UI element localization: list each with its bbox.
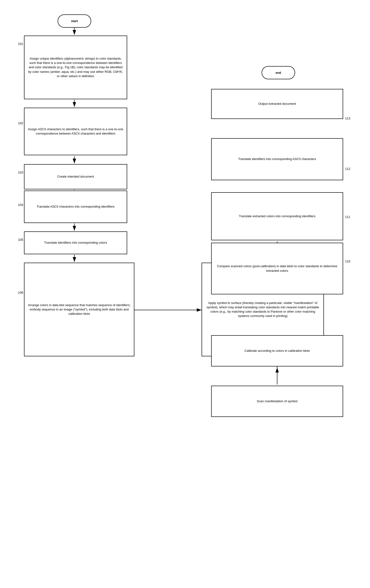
label-111: 111	[345, 215, 350, 219]
box-112: Translate identifiers into corresponding…	[211, 138, 343, 180]
box-103: Create intended document	[24, 164, 127, 189]
label-106: 106	[18, 291, 23, 294]
box-106: Arrange colors in data blot sequence tha…	[24, 263, 134, 356]
diagram-container: start 101 Assign unique identifiers (alp…	[0, 0, 370, 588]
box-108: Scan manifestation of symbol	[211, 386, 343, 417]
box-105: Translate identifiers into corresponding…	[24, 231, 127, 254]
label-105: 105	[18, 238, 23, 242]
label-101: 101	[18, 42, 23, 46]
label-102: 102	[18, 121, 23, 125]
box-113: Output extracted document	[211, 89, 343, 119]
label-110: 110	[345, 260, 350, 263]
box-110: Compare scanned colors (post-calibration…	[211, 243, 343, 294]
box-104: Translate ASCII characters into correspo…	[24, 190, 127, 223]
label-103: 103	[18, 171, 23, 174]
label-113: 113	[345, 116, 350, 120]
end-label: end	[275, 71, 281, 74]
start-oval: start	[58, 14, 91, 28]
box-109: Calibrate according to colors in calibra…	[211, 335, 343, 367]
box-102: Assign ASCII characters to identifiers, …	[24, 108, 127, 155]
end-oval: end	[261, 66, 295, 79]
label-112: 112	[345, 167, 350, 171]
start-label: start	[71, 19, 78, 23]
label-104: 104	[18, 203, 23, 207]
box-111: Translate extracted colors into correspo…	[211, 192, 343, 240]
box-101: Assign unique identifiers (alphanumeric …	[24, 36, 127, 99]
